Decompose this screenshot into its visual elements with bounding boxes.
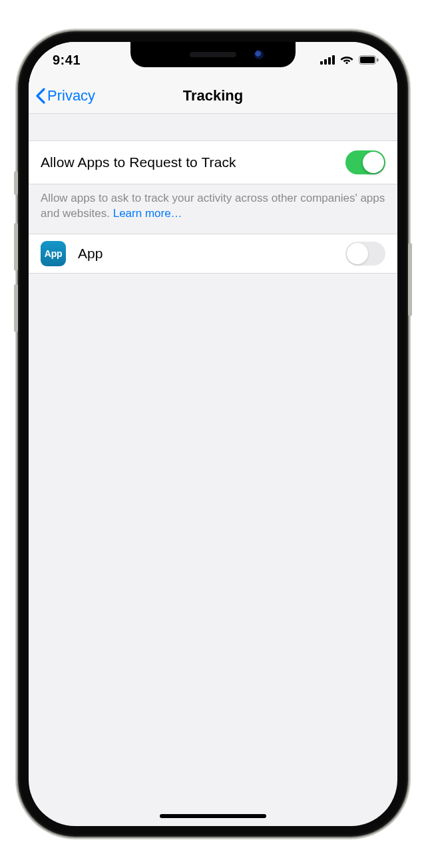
allow-tracking-row: Allow Apps to Request to Track <box>29 140 397 184</box>
app-tracking-row: App App <box>29 234 397 274</box>
app-tracking-toggle[interactable] <box>345 242 385 266</box>
power-button <box>408 243 412 316</box>
allow-tracking-label: Allow Apps to Request to Track <box>41 154 236 170</box>
app-name-label: App <box>78 246 333 262</box>
svg-rect-0 <box>320 61 323 65</box>
home-indicator[interactable] <box>160 814 266 818</box>
back-label: Privacy <box>47 87 95 105</box>
chevron-left-icon <box>35 88 46 104</box>
volume-up-button <box>14 223 18 271</box>
device-notch <box>130 42 296 67</box>
cellular-icon <box>320 55 335 65</box>
app-icon: App <box>41 241 66 266</box>
wifi-icon <box>340 55 353 65</box>
allow-tracking-description: Allow apps to ask to track your activity… <box>29 184 397 234</box>
description-text: Allow apps to ask to track your activity… <box>41 192 385 220</box>
volume-down-button <box>14 284 18 332</box>
silence-switch <box>14 171 18 195</box>
svg-rect-1 <box>324 59 327 65</box>
back-button[interactable]: Privacy <box>35 87 95 105</box>
status-time: 9:41 <box>53 53 81 68</box>
front-camera <box>254 50 264 59</box>
learn-more-link[interactable]: Learn more… <box>113 207 182 220</box>
svg-rect-2 <box>328 57 331 65</box>
speaker-grille <box>190 52 236 57</box>
svg-rect-5 <box>360 57 375 63</box>
navigation-bar: Privacy Tracking <box>29 78 397 114</box>
svg-rect-3 <box>332 55 335 65</box>
allow-tracking-toggle[interactable] <box>345 150 385 174</box>
svg-rect-6 <box>377 59 379 62</box>
battery-icon <box>359 55 379 65</box>
